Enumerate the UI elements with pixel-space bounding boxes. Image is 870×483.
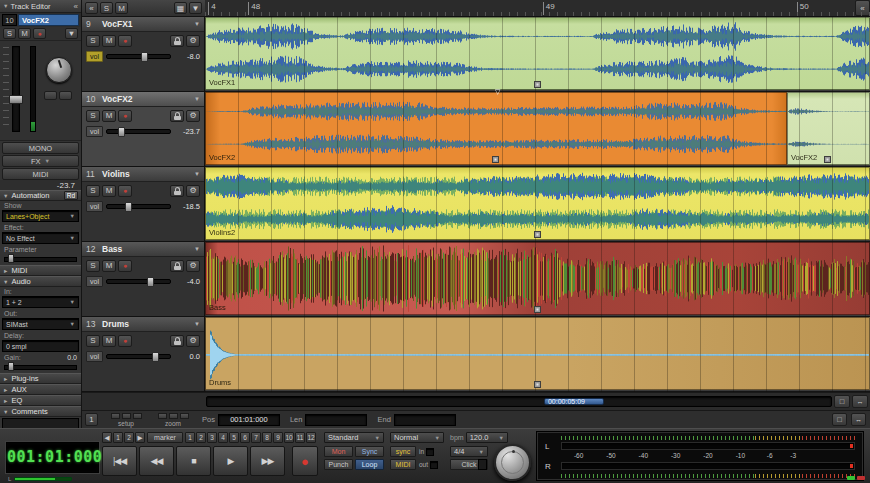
track-list-menu-chevron-icon[interactable]: ▼ [189,2,202,14]
comments-box[interactable] [2,418,79,428]
audio-clip[interactable]: Drums [205,317,870,390]
lock-icon[interactable] [170,185,184,197]
track-title-bar[interactable]: 11Violins▼ [82,167,204,182]
marker-button-7[interactable]: 7 [251,432,261,443]
track-header[interactable]: 11Violins▼SM●⚙vol-18.5 [82,167,205,242]
marker-button-4[interactable]: 4 [218,432,228,443]
marker-button-12[interactable]: 12 [306,432,316,443]
volume-fader-handle[interactable] [9,95,23,104]
marker-pager-button-1[interactable]: ◀ [102,432,112,443]
track-lane[interactable]: VocFX1 [205,17,870,92]
audio-in-dropdown[interactable]: 1 + 2 ▼ [2,296,79,308]
track-header[interactable]: 13Drums▼SM●⚙vol0.0 [82,317,205,392]
audio-section-header[interactable]: ▼ Audio [0,276,81,287]
link-button[interactable] [59,91,72,100]
audio-clip[interactable]: Bass [205,242,870,315]
fx-button[interactable]: FX ▼ [2,155,79,167]
click-toggle-led[interactable] [478,459,487,470]
global-solo-button[interactable]: S [100,2,113,14]
track-title-bar[interactable]: 10VocFX2▼ [82,92,204,107]
record-arm-button[interactable]: ● [118,35,132,47]
record-arm-button[interactable]: ● [118,260,132,272]
comments-section-header[interactable]: ▼ Comments [0,406,81,417]
marker-button-10[interactable]: 10 [284,432,294,443]
lock-icon[interactable] [170,35,184,47]
mono-button[interactable]: MONO [2,142,79,154]
track-title-bar[interactable]: 12Bass▼ [82,242,204,257]
volume-slider-handle[interactable] [152,352,159,362]
show-dropdown[interactable]: Lanes+Object ▼ [2,210,79,222]
fullscreen-icon[interactable]: □ [832,413,847,426]
track-title-bar[interactable]: 13Drums▼ [82,317,204,332]
track-header[interactable]: 12Bass▼SM●⚙vol-4.0 [82,242,205,317]
eq-section-header[interactable]: ► EQ [0,395,81,406]
stop-button[interactable]: ■ [176,446,211,476]
track-lane[interactable]: Drums [205,317,870,392]
go-to-start-button[interactable]: |◀◀ [102,446,137,476]
midi-section-header[interactable]: ► MIDI [0,265,81,276]
marker-button-1[interactable]: 1 [185,432,195,443]
record-mode-dropdown[interactable]: Normal ▼ [390,432,444,443]
gear-icon[interactable]: ⚙ [186,35,200,47]
plugins-section-header[interactable]: ► Plug-ins [0,373,81,384]
sync-button[interactable]: Sync [355,446,384,457]
pan-knob[interactable] [46,57,72,83]
gain-slider-handle[interactable] [8,362,14,371]
time-signature-dropdown[interactable]: 4/4 ▼ [450,446,488,457]
horizontal-scrollbar[interactable]: 00:00:05:09 [206,396,832,407]
automation-section-header[interactable]: ▼ Automation Rd [0,190,81,201]
track-menu-chevron-icon[interactable]: ▼ [194,246,200,252]
automation-mode-button[interactable]: Rd [64,191,78,200]
zoom-button-3[interactable] [180,413,189,419]
jog-wheel[interactable] [494,444,531,481]
clip-handle[interactable] [824,156,831,163]
marker-pager-button-4[interactable]: ▶ [135,432,145,443]
marker-button-11[interactable]: 11 [295,432,305,443]
solo-button[interactable]: S [86,185,100,197]
record-button[interactable]: ● [292,446,318,476]
solo-button[interactable]: S [86,335,100,347]
bar-ruler[interactable]: 4484950 « [205,0,870,17]
track-menu-chevron-icon[interactable]: ▼ [194,171,200,177]
solo-button[interactable]: S [86,260,100,272]
setup-button-3[interactable] [133,413,142,419]
mute-button[interactable]: M [102,260,116,272]
clip-handle[interactable] [534,306,541,313]
audio-clip[interactable]: VocFX2 [205,92,787,165]
forward-button[interactable]: ▶▶ [250,446,285,476]
gear-icon[interactable]: ⚙ [186,110,200,122]
midi-mini-button[interactable]: MIDI [390,459,416,470]
track-lane[interactable]: Bass [205,242,870,317]
record-arm-button[interactable]: ● [118,185,132,197]
pos-field[interactable]: 001:01:000 [218,414,280,426]
clip-handle[interactable] [534,81,541,88]
volume-slider[interactable] [106,129,171,134]
clip-led-left[interactable] [850,444,853,448]
midi-button[interactable]: MIDI [2,168,79,180]
mute-button[interactable]: M [102,185,116,197]
marker-button-2[interactable]: 2 [196,432,206,443]
gain-slider[interactable] [4,362,77,371]
monitor-button[interactable]: Mon [324,446,353,457]
track-lane[interactable]: Violins2 [205,167,870,242]
marker-button-9[interactable]: 9 [273,432,283,443]
bpm-dropdown[interactable]: 120.0 ▼ [466,432,508,443]
volume-slider[interactable] [106,204,171,209]
rewind-button[interactable]: ◀◀ [139,446,174,476]
global-mute-button[interactable]: M [115,2,128,14]
mute-button[interactable]: M [102,110,116,122]
vol-chip[interactable]: vol [86,276,103,287]
delay-field[interactable]: 0 smpl [2,340,79,352]
ruler-collapse-icon[interactable]: « [855,0,870,16]
lock-icon[interactable] [170,260,184,272]
zoom-horizontal-icon[interactable]: ↔ [852,395,868,408]
track-editor-header[interactable]: ▼ Track Editor « [0,0,81,13]
volume-slider-handle[interactable] [147,277,154,287]
editor-menu-chevron-icon[interactable]: ▼ [65,28,78,39]
vol-chip[interactable]: vol [86,51,103,62]
audio-out-dropdown[interactable]: SIMast ▼ [2,318,79,330]
punch-button[interactable]: Punch [324,459,353,470]
zoom-fit-icon[interactable]: □ [834,395,850,408]
editor-solo-button[interactable]: S [3,28,16,39]
track-menu-chevron-icon[interactable]: ▼ [194,321,200,327]
